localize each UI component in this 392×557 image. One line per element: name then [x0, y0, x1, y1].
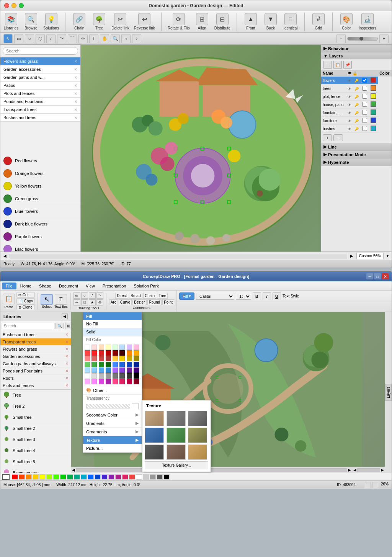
- flower-item-darkblue[interactable]: Dark blue flowers: [0, 218, 80, 230]
- texture-3[interactable]: [188, 411, 207, 426]
- palette-teal[interactable]: [74, 474, 80, 480]
- layer-row-flowers[interactable]: flowers 👁 🔑: [321, 77, 392, 85]
- maximize-button[interactable]: [19, 3, 24, 8]
- color-sky-blue[interactable]: [85, 368, 90, 373]
- shape-btn-1[interactable]: ▭: [74, 292, 80, 299]
- layer-row-bushes[interactable]: bushes 👁 🔑: [321, 125, 392, 133]
- palette-yellow[interactable]: [33, 474, 39, 480]
- palette-green[interactable]: [60, 474, 66, 480]
- solid-option[interactable]: Solid: [83, 328, 142, 336]
- color-light-orange[interactable]: [99, 345, 104, 350]
- polygon-tool[interactable]: ⬡: [36, 34, 45, 43]
- status-icon-2[interactable]: [372, 482, 378, 488]
- color-white2[interactable]: [85, 373, 90, 379]
- color-red3[interactable]: [99, 350, 104, 356]
- zoom-in-tool[interactable]: 🔍: [111, 34, 120, 43]
- color-dark-blue[interactable]: [134, 362, 139, 367]
- color-crimson[interactable]: [127, 379, 132, 384]
- category-item-bushes[interactable]: Bushes and trees ✕: [0, 114, 80, 122]
- zoom-level[interactable]: Custom 56%: [356, 253, 384, 259]
- direct-connector[interactable]: Direct: [115, 293, 128, 299]
- color-dark-purple[interactable]: [134, 368, 139, 373]
- shape-btn-4[interactable]: 〜: [96, 292, 103, 299]
- color-mid-sky[interactable]: [99, 368, 104, 373]
- texture-7[interactable]: [145, 444, 164, 460]
- menu-solution-park[interactable]: Solution Park: [130, 283, 162, 289]
- other-colors-option[interactable]: 🎨 Other...: [83, 386, 142, 395]
- zoom-in-btn[interactable]: +: [379, 34, 389, 43]
- color-light-green[interactable]: [113, 345, 118, 350]
- garden-canvas[interactable]: [81, 45, 321, 252]
- v-scroll-track[interactable]: [357, 468, 380, 472]
- lib-toggle-btn[interactable]: ◀: [62, 314, 68, 319]
- color-dark-gray[interactable]: [113, 373, 118, 379]
- shape-btn-7[interactable]: ★: [89, 299, 96, 305]
- no-fill-option[interactable]: No Fill: [83, 320, 142, 328]
- bezier-connector[interactable]: Bezier: [132, 299, 146, 305]
- color-red4[interactable]: [106, 350, 111, 356]
- shape-btn-3[interactable]: /: [89, 292, 96, 299]
- arc-connector[interactable]: Arc: [109, 299, 118, 305]
- color-dark-red[interactable]: [113, 350, 118, 356]
- layer-row-fountain[interactable]: fountain,... 👁 🔑: [321, 109, 392, 117]
- category-item-patios[interactable]: Patios ✕: [0, 82, 80, 90]
- palette-orange[interactable]: [26, 474, 32, 480]
- layer-lock-icon[interactable]: 🔑: [353, 77, 361, 85]
- win-tree-item-blooming[interactable]: Blooming tree: [0, 467, 71, 473]
- win-maximize-button[interactable]: □: [374, 273, 381, 279]
- texture-6[interactable]: [188, 428, 207, 443]
- win-tree-item-small2[interactable]: Small tree 2: [0, 423, 71, 434]
- category-item-transparent[interactable]: Transparent trees ✕: [0, 106, 80, 114]
- scroll-canvas-left[interactable]: ◀: [72, 468, 75, 472]
- paste-button[interactable]: 📋: [3, 294, 15, 304]
- win-cat-x-ponds[interactable]: ✕: [65, 369, 69, 373]
- texture-5[interactable]: [167, 428, 186, 443]
- color-light-gray[interactable]: [91, 373, 97, 379]
- smart-connector[interactable]: ⤸: [132, 34, 141, 43]
- color-blue2[interactable]: [119, 362, 125, 367]
- layer-icon-3[interactable]: 📌: [343, 61, 352, 69]
- win-tree-item-tree2[interactable]: Tree 2: [0, 401, 71, 412]
- palette-cyan[interactable]: [81, 474, 87, 480]
- palette-magenta[interactable]: [115, 474, 121, 480]
- menu-home[interactable]: Home: [16, 283, 35, 289]
- scroll-canvas-right[interactable]: ▶: [348, 468, 351, 472]
- win-tree-item-small4[interactable]: Small tree 4: [0, 445, 71, 456]
- color-green2[interactable]: [91, 362, 97, 367]
- gradients-item[interactable]: Gradients ▶: [83, 419, 142, 428]
- font-size-selector[interactable]: 11: [236, 293, 251, 300]
- win-tree-item-small5[interactable]: Small tree 5: [0, 456, 71, 467]
- menu-presentation[interactable]: Presentation: [99, 283, 130, 289]
- texture-item[interactable]: Texture ▶: [83, 436, 142, 444]
- line-tool[interactable]: /: [46, 34, 56, 43]
- palette-green-teal[interactable]: [67, 474, 73, 480]
- cut-button[interactable]: ✂ Cut: [16, 292, 35, 298]
- win-cat-accessories[interactable]: Garden accessories ✕: [0, 353, 71, 360]
- color-black[interactable]: [134, 373, 139, 379]
- color-blue1[interactable]: [113, 362, 118, 367]
- color-hot-pink[interactable]: [113, 379, 118, 384]
- color-dark-salmon[interactable]: [106, 356, 111, 361]
- secondary-color-item[interactable]: Secondary Color ▶: [83, 411, 142, 419]
- lib-search-input[interactable]: [2, 323, 54, 329]
- font-selector[interactable]: Calibri: [196, 293, 234, 300]
- color-gold[interactable]: [134, 350, 139, 356]
- color-med-light-gray[interactable]: [99, 373, 104, 379]
- search-input[interactable]: [3, 47, 78, 55]
- identical-button[interactable]: ≡ Identical: [283, 13, 298, 30]
- palette-yellow-green[interactable]: [46, 474, 52, 480]
- select-button[interactable]: ↖: [41, 294, 53, 305]
- palette-dark-gray[interactable]: [157, 474, 163, 480]
- layers-tab[interactable]: Layers: [385, 384, 392, 401]
- palette-coral[interactable]: [129, 474, 135, 480]
- color-yellow2[interactable]: [119, 356, 125, 361]
- zoom-out-btn[interactable]: −: [336, 34, 346, 43]
- texture-gallery-button[interactable]: Texture Gallery...: [145, 461, 208, 469]
- category-item-flowers[interactable]: Flowers and grass ✕: [0, 57, 80, 65]
- chain-button[interactable]: 🔗 Chain: [72, 13, 87, 30]
- status-icon-1[interactable]: [365, 482, 371, 488]
- win-cat-flowers[interactable]: Flowers and grass ✕: [0, 346, 71, 353]
- layer-row-trees[interactable]: trees 👁 🔑: [321, 85, 392, 93]
- win-tree-item-tree[interactable]: Tree: [0, 390, 71, 401]
- color-light-magenta[interactable]: [85, 379, 90, 384]
